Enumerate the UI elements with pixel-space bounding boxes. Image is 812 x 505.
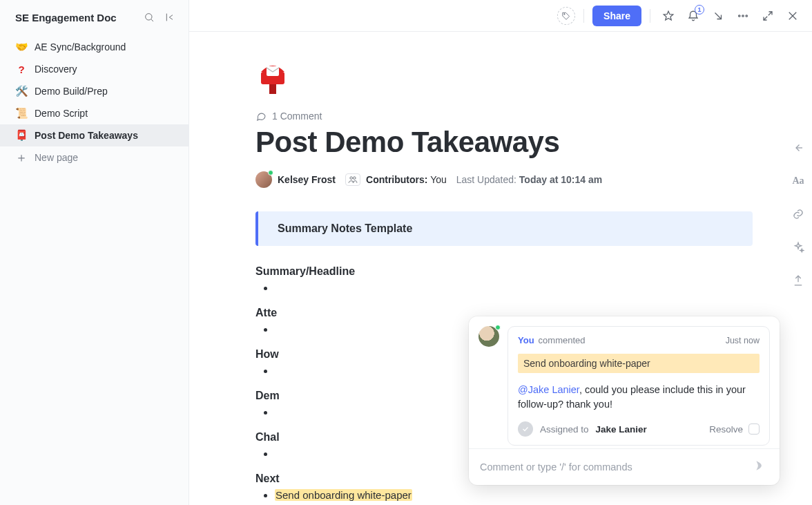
comment-count[interactable]: 1 Comment [255,111,753,122]
contributors-icon [345,173,360,186]
scroll-icon: 📜 [15,107,28,120]
page-title[interactable]: Post Demo Takeaways [255,126,753,159]
updated-label: Last Updated: [456,174,516,185]
sidebar-item-label: Demo Build/Prep [35,86,108,97]
sparkle-icon[interactable] [790,239,806,256]
svg-point-8 [746,15,747,16]
share-button[interactable]: Share [592,6,641,26]
tags-button[interactable] [557,7,575,25]
commenter-avatar [478,326,499,347]
comment-count-label: 1 Comment [272,111,322,122]
updated-value: Today at 10:14 am [519,174,602,185]
favorite-icon[interactable] [659,6,678,26]
plus-icon: ＋ [15,151,28,164]
topbar: Share 1 [189,0,812,32]
close-icon[interactable] [783,6,802,26]
svg-line-9 [768,12,772,15]
page-meta: Kelsey Frost Contributors: You Last Upda… [255,171,753,188]
last-updated: Last Updated: Today at 10:14 am [456,174,602,185]
expand-icon[interactable] [758,6,777,26]
contributors-label: Contributors: [366,174,427,185]
assignee-name: Jake Lanier [596,424,647,435]
tools-icon: 🛠️ [15,85,28,97]
handshake-icon: 🤝 [15,41,28,53]
export-icon[interactable] [790,272,806,289]
sidebar-item-ae-sync[interactable]: 🤝 AE Sync/Background [0,36,188,58]
separator [583,9,584,23]
sidebar-item-discovery[interactable]: ? Discovery [0,58,188,80]
sidebar-item-label: Demo Script [35,108,88,119]
outdent-icon[interactable] [790,140,806,156]
svg-point-16 [350,177,353,179]
bullet[interactable] [275,282,753,294]
commenter-name: You [518,335,534,345]
typography-icon[interactable]: Aa [790,173,806,189]
postbox-icon: 📮 [15,129,28,142]
bullet[interactable]: Send onboarding white-paper [275,489,753,502]
svg-point-17 [354,177,356,179]
svg-point-6 [739,15,740,16]
author-chip[interactable]: Kelsey Frost [255,171,336,188]
presence-dot [268,170,273,175]
sidebar-nav: 🤝 AE Sync/Background ? Discovery 🛠️ Demo… [0,33,188,169]
sidebar-title: SE Engagement Doc [15,12,136,23]
presence-dot [495,325,501,330]
sidebar-item-label: Discovery [35,64,77,75]
comment-action: commented [539,335,586,345]
sidebar-item-label: AE Sync/Background [35,41,126,53]
svg-line-5 [715,12,722,19]
resolve-label[interactable]: Resolve [709,424,743,435]
section-heading[interactable]: Summary/Headline [255,265,753,278]
sidebar-item-demo-script[interactable]: 📜 Demo Script [0,102,188,124]
assigned-check-icon [518,421,533,437]
comment-time: Just now [726,336,760,345]
sidebar-new-page[interactable]: ＋ New page [0,146,188,169]
more-icon[interactable] [733,6,753,26]
search-icon[interactable] [142,10,157,25]
comment-message: @Jake Lanier, could you please include t… [518,383,760,412]
svg-line-10 [764,16,767,19]
mention[interactable]: @Jake Lanier [518,384,579,395]
collapse-sidebar-icon[interactable] [162,10,177,25]
svg-rect-15 [269,84,276,94]
comment-input[interactable] [480,461,753,473]
right-rail: Aa [784,70,812,289]
svg-point-7 [742,15,744,16]
comment-popover: You commented Just now Send onboarding w… [469,316,780,485]
sidebar-item-label: Post Demo Takeaways [35,130,138,141]
page-emoji[interactable] [255,57,290,95]
notification-count: 1 [695,5,704,15]
sidebar-item-label: New page [35,152,78,163]
sidebar-item-demo-build[interactable]: 🛠️ Demo Build/Prep [0,80,188,102]
author-avatar [255,171,272,188]
notifications-icon[interactable]: 1 [684,6,703,26]
resolve-checkbox[interactable] [748,423,760,435]
comment-quote: Send onboarding white-paper [518,354,760,373]
sidebar: SE Engagement Doc 🤝 AE Sync/Background ?… [0,0,189,505]
svg-rect-14 [267,66,279,76]
contributors-chip[interactable]: Contributors: You [345,173,447,186]
comment-icon [255,111,267,122]
separator [650,9,650,23]
sidebar-item-post-demo[interactable]: 📮 Post Demo Takeaways [0,124,188,146]
assigned-label: Assigned to [540,424,589,435]
comment-card: You commented Just now Send onboarding w… [508,326,770,446]
svg-point-3 [564,13,566,15]
contributors-value: You [430,174,447,185]
author-name: Kelsey Frost [278,174,336,185]
callout-block[interactable]: Summary Notes Template [255,211,753,246]
svg-marker-4 [664,11,673,20]
svg-point-0 [146,14,152,20]
svg-line-1 [151,19,153,21]
link-icon[interactable] [790,206,806,222]
send-icon[interactable] [753,459,768,475]
download-icon[interactable] [708,6,728,26]
highlighted-text[interactable]: Send onboarding white-paper [275,489,412,501]
question-icon: ? [15,64,28,75]
